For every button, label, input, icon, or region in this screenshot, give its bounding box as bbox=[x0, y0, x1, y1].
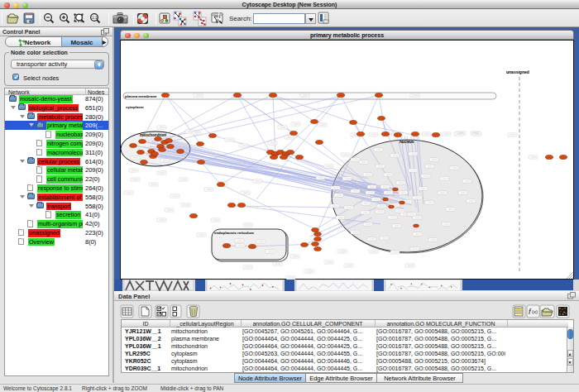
svg-text:unassigned: unassigned bbox=[506, 69, 529, 74]
svg-text:cytoplasm: cytoplasm bbox=[126, 105, 144, 109]
svg-text:endoplasmic reticulum: endoplasmic reticulum bbox=[214, 231, 254, 235]
svg-text:(x): (x) bbox=[532, 309, 538, 314]
svg-text:nucleus: nucleus bbox=[400, 140, 414, 144]
svg-text:mitochondrion: mitochondrion bbox=[140, 133, 166, 137]
svg-text:plasma membrane: plasma membrane bbox=[125, 94, 157, 98]
svg-text:1:1: 1:1 bbox=[92, 16, 98, 20]
